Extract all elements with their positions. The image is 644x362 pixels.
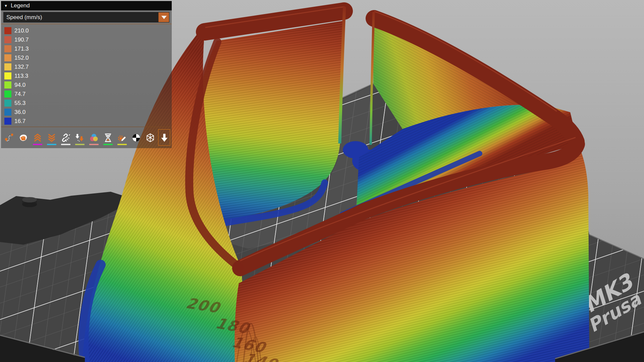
swatch (4, 118, 11, 125)
legend-row: 16.7 (1, 117, 172, 126)
deretractions-button[interactable] (46, 129, 57, 145)
shells-icon (145, 133, 155, 143)
swatch (4, 54, 11, 61)
swatch (4, 72, 11, 79)
center-of-mass-button[interactable] (130, 129, 142, 145)
legend-row: 152.0 (1, 53, 172, 62)
legend-row: 94.0 (1, 80, 172, 89)
swatch (4, 27, 11, 34)
custom-gcodes-button[interactable] (116, 129, 128, 145)
view-type-dropdown[interactable]: Speed (mm/s) (3, 12, 169, 22)
legend-header[interactable]: ▼ Legend (1, 1, 172, 10)
retractions-button[interactable] (32, 129, 43, 145)
wipe-button[interactable] (17, 129, 29, 145)
tool-marker-button[interactable] (158, 129, 170, 145)
deretractions-icon (47, 133, 57, 143)
custom-gcodes-icon (117, 133, 127, 143)
chevron-down-icon (161, 16, 167, 19)
legend-scale: 210.0 190.7 171.3 152.0 132.7 113.3 94.0… (1, 24, 172, 127)
center-of-mass-icon (131, 133, 141, 143)
legend-row: 74.7 (1, 89, 172, 99)
seams-icon (61, 133, 71, 143)
color-changes-icon (89, 133, 99, 143)
tool-changes-icon (75, 133, 85, 143)
travel-button[interactable] (3, 129, 15, 145)
swatch (4, 109, 11, 116)
bed-knob (22, 197, 37, 207)
legend-row: 113.3 (1, 71, 172, 80)
wipe-icon (18, 133, 29, 143)
legend-row: 55.3 (1, 99, 172, 108)
dropdown-arrow-button[interactable] (158, 12, 169, 22)
legend-panel: ▼ Legend Speed (mm/s) 210.0 190.7 171.3 … (1, 1, 172, 148)
swatch (4, 100, 11, 107)
legend-title: Legend (11, 2, 30, 9)
legend-row: 210.0 (1, 26, 172, 35)
shells-button[interactable] (144, 129, 156, 145)
view-type-value: Speed (mm/s) (4, 14, 42, 21)
pause-prints-button[interactable] (102, 129, 114, 145)
swatch (4, 63, 11, 70)
swatch (4, 81, 11, 88)
color-changes-button[interactable] (88, 129, 100, 145)
swatch (4, 45, 11, 52)
collapse-triangle-icon: ▼ (4, 4, 8, 8)
swatch (4, 36, 11, 43)
seams-button[interactable] (60, 129, 71, 145)
legend-row: 190.7 (1, 35, 172, 44)
tool-marker-icon (159, 133, 169, 143)
retractions-icon (33, 133, 43, 143)
legend-row: 36.0 (1, 108, 172, 117)
legend-toolbar (1, 127, 172, 148)
pause-prints-icon (103, 133, 113, 143)
legend-row: 171.3 (1, 44, 172, 53)
legend-row: 132.7 (1, 62, 172, 71)
travel-icon (4, 133, 14, 143)
swatch (4, 90, 11, 98)
tool-changes-button[interactable] (74, 129, 86, 145)
